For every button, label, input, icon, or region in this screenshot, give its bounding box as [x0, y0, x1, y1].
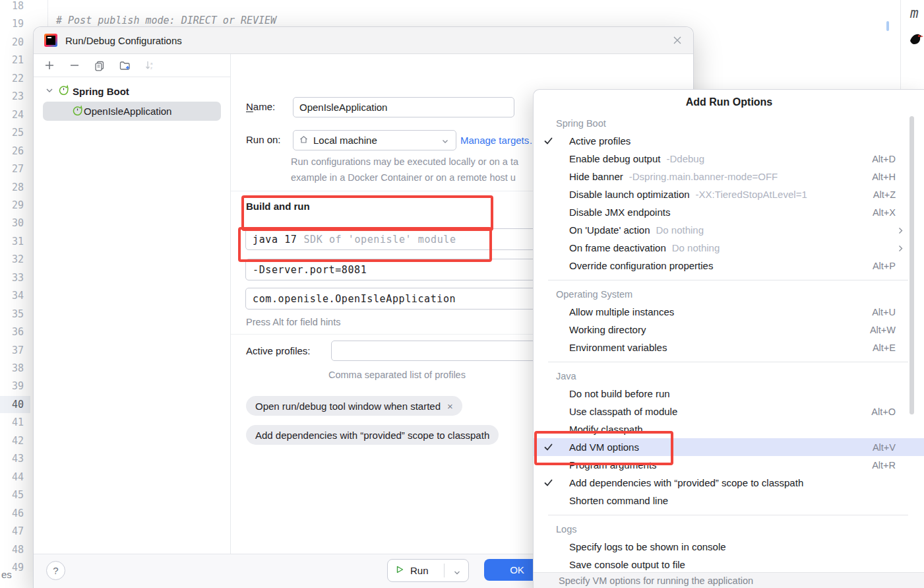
menu-item[interactable]: Enable debug output-DdebugAlt+D: [534, 150, 924, 168]
remove-icon[interactable]: [68, 59, 81, 72]
scroll-stripe-mark: [886, 21, 889, 31]
menu-item[interactable]: Use classpath of moduleAlt+O: [534, 403, 924, 420]
menu-item[interactable]: Disable launch optimization-XX:TieredSto…: [534, 185, 924, 203]
remove-tag-icon[interactable]: ×: [447, 401, 453, 412]
line-number-text: 26: [12, 145, 30, 157]
line-number[interactable]: 37: [0, 342, 30, 359]
line-number-text: 36: [12, 326, 30, 338]
menu-item[interactable]: Add dependencies with “provided” scope t…: [534, 474, 924, 492]
line-number[interactable]: 42: [0, 432, 30, 449]
line-number[interactable]: 24: [0, 106, 30, 123]
active-profiles-label: Active profiles:: [246, 345, 311, 356]
sidebar-item-spring-boot[interactable]: Spring Boot: [34, 82, 230, 100]
line-number[interactable]: 18: [0, 0, 30, 15]
menu-item-label: Override configuration properties: [569, 260, 713, 271]
new-folder-icon[interactable]: [118, 59, 131, 72]
line-number[interactable]: 35: [0, 306, 30, 323]
menu-item-label: Allow multiple instances: [569, 306, 674, 317]
line-number[interactable]: 41: [0, 414, 30, 431]
line-number[interactable]: 46: [0, 505, 30, 522]
menu-item[interactable]: Override configuration propertiesAlt+P: [534, 257, 924, 275]
help-button[interactable]: ?: [46, 561, 65, 580]
menu-item[interactable]: Shorten command line: [534, 492, 924, 509]
menu-item[interactable]: Add VM optionsAlt+V: [534, 438, 924, 456]
line-number[interactable]: 48: [0, 541, 30, 558]
line-number[interactable]: 45: [0, 486, 30, 504]
menu-scrollbar[interactable]: [909, 116, 914, 414]
sidebar-item-openisleapplication[interactable]: OpenIsleApplication: [43, 102, 221, 121]
line-number[interactable]: 40: [0, 396, 30, 413]
manage-targets-link[interactable]: Manage targets…: [460, 135, 539, 146]
line-number[interactable]: 44: [0, 469, 30, 486]
line-number[interactable]: 34: [0, 287, 30, 304]
menu-item-label: Working directory: [569, 324, 646, 335]
copy-icon[interactable]: [93, 59, 106, 72]
line-number[interactable]: 31: [0, 233, 30, 250]
line-number[interactable]: 26: [0, 143, 30, 160]
menu-item-label: Use classpath of module: [569, 406, 677, 417]
run-button[interactable]: Run: [387, 559, 469, 582]
menu-item[interactable]: Modify classpath: [534, 420, 924, 438]
line-number[interactable]: 23: [0, 88, 30, 105]
line-number[interactable]: 19: [0, 15, 30, 32]
menu-item[interactable]: Program argumentsAlt+R: [534, 456, 924, 474]
line-number-text: 38: [12, 362, 30, 374]
editor-comment-line: # Post publish mode: DIRECT or REVIEW: [56, 15, 276, 26]
menu-footer-hint: Specify VM options for running the appli…: [534, 572, 924, 588]
line-number[interactable]: 32: [0, 251, 30, 268]
menu-item[interactable]: Save console output to file: [534, 556, 924, 573]
sort-icon[interactable]: az: [143, 59, 156, 72]
name-input[interactable]: OpenIsleApplication: [293, 97, 514, 117]
line-number[interactable]: 27: [0, 160, 30, 178]
menu-item-label: Save console output to file: [569, 559, 685, 570]
line-number[interactable]: 22: [0, 70, 30, 87]
line-number[interactable]: 47: [0, 523, 30, 540]
field-hints-text: Press Alt for field hints: [246, 317, 340, 327]
line-number[interactable]: 28: [0, 179, 30, 196]
line-number-text: 31: [12, 236, 30, 247]
check-icon: [540, 136, 556, 146]
menu-item[interactable]: On frame deactivationDo nothing: [534, 239, 924, 257]
line-number[interactable]: 30: [0, 214, 30, 232]
menu-item[interactable]: Do not build before run: [534, 385, 924, 403]
line-number[interactable]: 36: [0, 323, 30, 341]
run-button-label: Run: [410, 565, 429, 576]
menu-item-hint: Do nothing: [672, 242, 720, 253]
line-number[interactable]: 20: [0, 34, 30, 51]
build-and-run-header: Build and run: [246, 201, 310, 212]
line-number[interactable]: 33: [0, 269, 30, 286]
menu-item[interactable]: On 'Update' actionDo nothing: [534, 221, 924, 239]
menu-item[interactable]: Working directoryAlt+W: [534, 321, 924, 339]
line-number[interactable]: 43: [0, 450, 30, 467]
line-number[interactable]: 38: [0, 360, 30, 377]
run-on-select[interactable]: Local machine: [293, 130, 456, 150]
chevron-down-icon[interactable]: [453, 568, 461, 579]
add-icon[interactable]: [43, 59, 56, 72]
close-icon[interactable]: [671, 34, 684, 47]
line-number[interactable]: 25: [0, 124, 30, 141]
vm-options-value: -Dserver.port=8081: [253, 264, 367, 276]
menu-item[interactable]: Environment variablesAlt+E: [534, 339, 924, 356]
menu-item[interactable]: Disable JMX endpointsAlt+X: [534, 203, 924, 221]
tag-provided-scope[interactable]: Add dependencies with “provided” scope t…: [246, 425, 499, 445]
chevron-down-icon[interactable]: [44, 85, 55, 98]
main-class-value: com.openisle.OpenIsleApplication: [253, 293, 456, 305]
line-number[interactable]: 29: [0, 197, 30, 214]
dialog-titlebar: Run/Debug Configurations: [34, 27, 693, 54]
menu-item-shortcut: Alt+U: [872, 307, 896, 317]
menu-item-label: On frame deactivation: [569, 242, 666, 253]
menu-item[interactable]: Allow multiple instancesAlt+U: [534, 303, 924, 321]
menu-item-label: Enable debug output: [569, 153, 660, 164]
menu-item[interactable]: Hide banner-Dspring.main.banner-mode=OFF…: [534, 168, 924, 185]
line-number-text: 23: [12, 90, 30, 102]
menu-separator: [534, 356, 924, 367]
menu-item[interactable]: Specify logs to be shown in console: [534, 538, 924, 556]
tag-label: Open run/debug tool window when started: [255, 401, 441, 412]
menu-item-label: Modify classpath: [569, 424, 643, 435]
sidebar-item-label: Spring Boot: [73, 86, 129, 97]
menu-item[interactable]: Active profiles: [534, 132, 924, 150]
line-number[interactable]: 21: [0, 51, 30, 69]
tag-open-tool-window[interactable]: Open run/debug tool window when started …: [246, 396, 462, 416]
menu-item-shortcut: Alt+P: [873, 261, 896, 271]
line-number[interactable]: 39: [0, 377, 30, 395]
